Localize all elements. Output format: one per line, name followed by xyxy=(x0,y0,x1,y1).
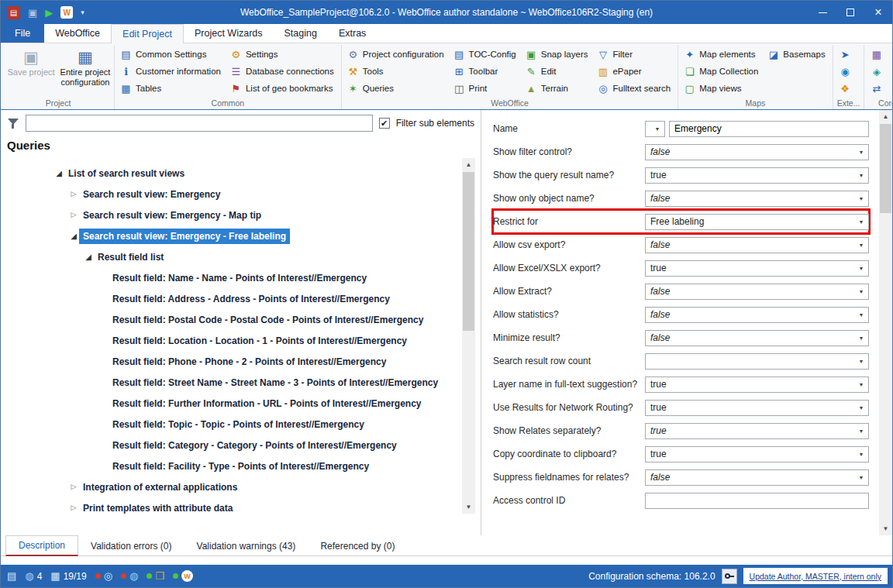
menu-tab-extras[interactable]: Extras xyxy=(328,24,377,43)
filter-sub-elements-checkbox[interactable]: ✔ xyxy=(379,118,390,129)
extensions-icon-button[interactable]: ❖ xyxy=(836,80,855,97)
core-quill-icon-button[interactable]: ✎ xyxy=(888,46,892,63)
access-control-id-input[interactable] xyxy=(645,493,869,509)
show-the-query-result-name-dropdown[interactable]: true▼ xyxy=(645,167,869,184)
quick-access-dropdown-icon[interactable]: ▾ xyxy=(81,9,84,16)
tree-expanded-icon[interactable]: ◢ xyxy=(53,170,64,177)
list-of-geo-bookmarks-button[interactable]: ⚑List of geo bookmarks xyxy=(227,80,339,97)
scroll-down-icon[interactable]: ▼ xyxy=(879,522,892,535)
property-scrollbar-thumb[interactable] xyxy=(880,124,891,213)
show-only-object-name-dropdown[interactable]: false▼ xyxy=(645,191,869,207)
database-connections-button[interactable]: ☰Database connections xyxy=(227,63,339,80)
menu-tab-project-wizards[interactable]: Project Wizards xyxy=(184,24,274,43)
tree-collapsed-icon[interactable]: ▷ xyxy=(68,211,79,218)
filter-button[interactable]: ▽Filter xyxy=(594,46,675,63)
bottom-tab-referenced-by-0[interactable]: Referenced by (0) xyxy=(308,537,407,555)
menu-tab-edit-project[interactable]: Edit Project xyxy=(111,24,184,43)
scroll-down-icon[interactable]: ▼ xyxy=(462,500,475,514)
use-results-for-network-routing-dropdown[interactable]: true▼ xyxy=(645,400,869,416)
bottom-tab-validation-warnings-43[interactable]: Validation warnings (43) xyxy=(184,537,309,555)
menu-tab-file[interactable]: File xyxy=(1,24,44,43)
tree-item-result-field-further-information-url-points-of-interest-emergency[interactable]: Result field: Further Information - URL … xyxy=(1,393,462,414)
pin-icon-button[interactable]: ➤ xyxy=(836,46,855,63)
tree-item-result-field-name-name-points-of-interest-emergency[interactable]: Result field: Name - Name - Points of In… xyxy=(1,267,462,288)
tree-item-result-field-postal-code-postal-code-points-of-interest-emergency[interactable]: Result field: Postal Code - Postal Code … xyxy=(1,309,462,330)
tools-button[interactable]: ⚒Tools xyxy=(344,63,449,80)
map-service-icon-item[interactable]: ◍4 xyxy=(25,571,42,582)
edit-button[interactable]: ✎Edit xyxy=(522,63,593,80)
tree-item-search-result-view-emergency[interactable]: ▷Search result view: Emergency xyxy=(1,184,462,205)
basemaps-button[interactable]: ◪Basemaps xyxy=(764,46,829,63)
suppress-fieldnames-for-relates-dropdown[interactable]: false▼ xyxy=(645,469,869,486)
tree-filter-input[interactable] xyxy=(26,115,373,132)
minimize-result-dropdown[interactable]: false▼ xyxy=(645,330,869,346)
tree-item-integration-of-external-applications[interactable]: ▷Integration of external applications xyxy=(1,476,462,497)
project-configuration-button[interactable]: ⚙Project configuration xyxy=(344,46,449,63)
toolbar-button[interactable]: ⊞Toolbar xyxy=(450,63,521,80)
quick-save-icon[interactable]: ▣ xyxy=(28,8,37,18)
map-collection-button[interactable]: ❏Map Collection xyxy=(681,63,763,80)
core-grid-icon-button[interactable]: ▦ xyxy=(867,46,886,63)
tree-scrollbar-thumb[interactable] xyxy=(463,172,474,331)
core-add-icon-button[interactable]: ⊕ xyxy=(888,80,892,97)
weboffice-logo-icon[interactable]: W xyxy=(60,6,73,19)
fulltext-search-button[interactable]: ◎Fulltext search xyxy=(594,80,675,97)
tree-item-result-field-street-name-street-name-3-points-of-interest-emergency[interactable]: Result field: Street Name - Street Name … xyxy=(1,372,462,393)
tree-item-result-field-phone-phone-2-points-of-interest-emergency[interactable]: Result field: Phone - Phone - 2 - Points… xyxy=(1,351,462,372)
tree-item-search-result-view-emergency-map-tip[interactable]: ▷Search result view: Emergency - Map tip xyxy=(1,205,462,225)
core-layers-icon-button[interactable]: ◈ xyxy=(867,63,886,80)
menu-tab-staging[interactable]: Staging xyxy=(274,24,328,43)
snap-layers-button[interactable]: ▣Snap layers xyxy=(522,46,593,63)
allow-excel-xslx-export-dropdown[interactable]: true▼ xyxy=(645,260,869,277)
tree-item-result-field-address-address-points-of-interest-emergency[interactable]: Result field: Address - Address - Points… xyxy=(1,288,462,309)
tree-collapsed-icon[interactable]: ▷ xyxy=(68,483,79,490)
ink-drop-icon-button[interactable]: ◉ xyxy=(836,63,855,80)
map-elements-button[interactable]: ✦Map elements xyxy=(681,46,763,63)
restrict-for-dropdown[interactable]: Free labeling▼ xyxy=(645,214,869,230)
tree-item-search-result-view-emergency-free-labeling[interactable]: ◢Search result view: Emergency - Free la… xyxy=(1,225,462,246)
name-input[interactable] xyxy=(669,121,869,137)
toc-config-button[interactable]: ▤TOC-Config xyxy=(450,46,521,63)
maximize-button[interactable] xyxy=(836,1,864,24)
search-result-row-count-dropdown[interactable]: ▼ xyxy=(645,353,869,370)
menu-tab-weboffice[interactable]: WebOffice xyxy=(44,24,111,43)
queries-button[interactable]: ✶Queries xyxy=(344,80,449,97)
weboffice-service-icon-item[interactable]: W xyxy=(173,570,193,582)
bottom-tab-validation-errors-0[interactable]: Validation errors (0) xyxy=(78,537,184,555)
allow-csv-export-dropdown[interactable]: false▼ xyxy=(645,237,869,253)
tables-button[interactable]: ▦Tables xyxy=(117,80,226,97)
core-gear-icon-button[interactable]: ⚙ xyxy=(888,63,892,80)
settings-button[interactable]: ⚙Settings xyxy=(227,46,339,63)
bottom-tab-description[interactable]: Description xyxy=(5,535,78,556)
scroll-up-icon[interactable]: ▲ xyxy=(462,158,475,171)
session-service-icon-item[interactable]: ❒ xyxy=(147,571,164,581)
tree-scrollbar[interactable]: ▲ ▼ xyxy=(462,158,475,514)
map-views-button[interactable]: ▢Map views xyxy=(681,80,763,97)
tree-expanded-icon[interactable]: ◢ xyxy=(83,253,94,261)
entire-project-configuration-button[interactable]: ▦Entire project configuration xyxy=(59,46,112,98)
tree-collapsed-icon[interactable]: ▷ xyxy=(68,504,79,511)
network-service-icon-item[interactable]: ◍ xyxy=(121,571,138,581)
update-author-badge[interactable]: Update Author, MASTER, intern only xyxy=(743,568,888,584)
show-relates-separately-dropdown[interactable]: true▼ xyxy=(645,423,869,439)
key-button[interactable] xyxy=(722,569,737,584)
tree-item-result-field-list[interactable]: ◢Result field list xyxy=(1,246,462,267)
tree-expanded-icon[interactable]: ◢ xyxy=(68,232,79,240)
tree-item-list-of-search-result-views[interactable]: ◢List of search result views xyxy=(1,163,462,184)
common-settings-button[interactable]: ▤Common Settings xyxy=(117,46,226,63)
epaper-button[interactable]: ▥ePaper xyxy=(594,63,675,80)
customer-information-button[interactable]: ℹCustomer information xyxy=(117,63,226,80)
layer-name-in-full-text-suggestion-dropdown[interactable]: true▼ xyxy=(645,377,869,393)
search-service-icon-item[interactable]: ◎ xyxy=(95,571,112,581)
core-transfer-icon-button[interactable]: ⇄ xyxy=(867,80,886,97)
tree-item-result-field-topic-topic-points-of-interest-emergency[interactable]: Result field: Topic - Topic - Points of … xyxy=(1,414,462,435)
tree-item-result-field-category-category-points-of-interest-emergency[interactable]: Result field: Category - Category - Poin… xyxy=(1,435,462,456)
name-language-dropdown[interactable]: ▼ xyxy=(645,121,665,137)
allow-statistics-dropdown[interactable]: false▼ xyxy=(645,307,869,323)
tree-item-result-field-facility-type-points-of-interest-emergency[interactable]: Result field: Facility - Type - Points o… xyxy=(1,456,462,476)
run-project-icon[interactable]: ▶ xyxy=(45,8,53,18)
print-button[interactable]: ◫Print xyxy=(450,80,521,97)
tree-item-result-field-location-location-1-points-of-interest-emergency[interactable]: Result field: Location - Location - 1 - … xyxy=(1,330,462,351)
window-status-icon-item[interactable]: ▤ xyxy=(7,571,16,581)
minimize-button[interactable] xyxy=(809,1,836,24)
